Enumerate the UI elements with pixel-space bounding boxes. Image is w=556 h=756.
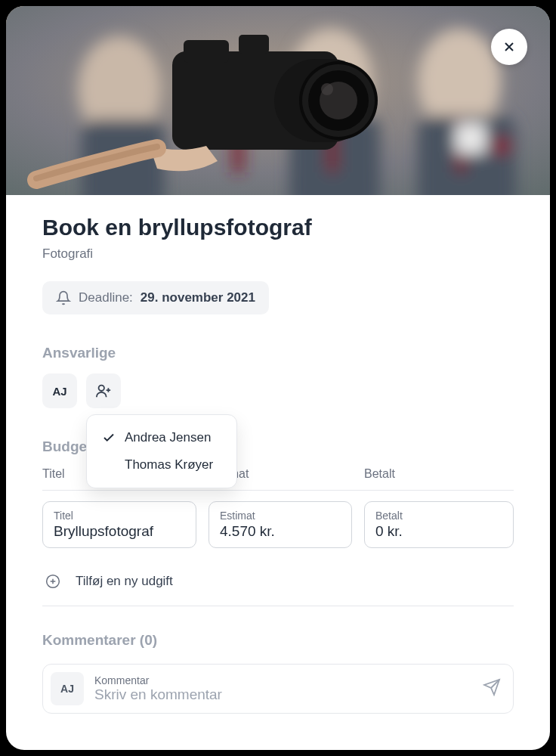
deadline-label: Deadline: <box>79 290 133 305</box>
comments-section-label: Kommentarer (0) <box>42 632 514 649</box>
close-icon <box>502 39 517 54</box>
dropdown-item-label: Thomas Krøyer <box>125 457 213 472</box>
svg-rect-19 <box>184 40 229 63</box>
add-assignee-button[interactable] <box>86 373 121 408</box>
plus-circle-icon <box>45 574 60 589</box>
deadline-pill[interactable]: Deadline: 29. november 2021 <box>42 281 269 314</box>
comment-avatar: AJ <box>51 672 84 705</box>
bell-icon <box>56 290 71 305</box>
dropdown-item-label: Andrea Jensen <box>125 430 211 445</box>
field-value: 4.570 kr. <box>220 523 341 540</box>
add-expense-button[interactable]: Tilføj en ny udgift <box>42 563 514 606</box>
svg-point-11 <box>492 137 510 155</box>
field-label: Estimat <box>220 510 341 522</box>
task-title: Book en bryllupsfotograf <box>42 215 514 240</box>
budget-row: Titel Bryllupsfotograf Estimat 4.570 kr.… <box>42 501 514 548</box>
comment-input-label: Kommentar <box>94 674 472 686</box>
task-category: Fotografi <box>42 246 514 262</box>
assignee-avatar[interactable]: AJ <box>42 373 77 408</box>
comment-input[interactable]: Kommentar Skriv en kommentar <box>94 674 472 703</box>
field-value: Bryllupsfotograf <box>54 523 185 540</box>
svg-point-18 <box>321 83 333 95</box>
send-icon <box>483 678 501 696</box>
dropdown-item-thomas[interactable]: Thomas Krøyer <box>87 451 236 479</box>
deadline-date: 29. november 2021 <box>141 290 255 305</box>
budget-estimate-field[interactable]: Estimat 4.570 kr. <box>208 501 352 548</box>
divider <box>42 490 514 491</box>
add-expense-label: Tilføj en ny udgift <box>76 574 173 589</box>
svg-point-21 <box>99 386 104 391</box>
svg-rect-20 <box>239 35 269 54</box>
close-button[interactable] <box>491 29 527 65</box>
person-plus-icon <box>95 383 112 399</box>
budget-title-field[interactable]: Titel Bryllupsfotograf <box>42 501 196 548</box>
dropdown-item-andrea[interactable]: Andrea Jensen <box>87 424 236 451</box>
comment-input-row: AJ Kommentar Skriv en kommentar <box>42 664 514 714</box>
col-paid: Betalt <box>364 467 514 481</box>
hero-image <box>6 6 550 195</box>
check-icon <box>102 431 116 445</box>
assignee-dropdown: Andrea Jensen Thomas Krøyer <box>86 414 237 488</box>
svg-rect-10 <box>456 123 486 153</box>
send-comment-button[interactable] <box>483 678 501 699</box>
task-modal: Book en bryllupsfotograf Fotografi Deadl… <box>6 6 550 750</box>
budget-paid-field[interactable]: Betalt 0 kr. <box>364 501 514 548</box>
field-label: Betalt <box>375 510 502 522</box>
assignees-section-label: Ansvarlige <box>42 345 514 361</box>
assignees-row: AJ Andrea Jensen Thomas Krøyer <box>42 373 514 408</box>
field-label: Titel <box>54 510 185 522</box>
comment-input-placeholder: Skriv en kommentar <box>94 686 472 703</box>
field-value: 0 kr. <box>375 523 502 540</box>
